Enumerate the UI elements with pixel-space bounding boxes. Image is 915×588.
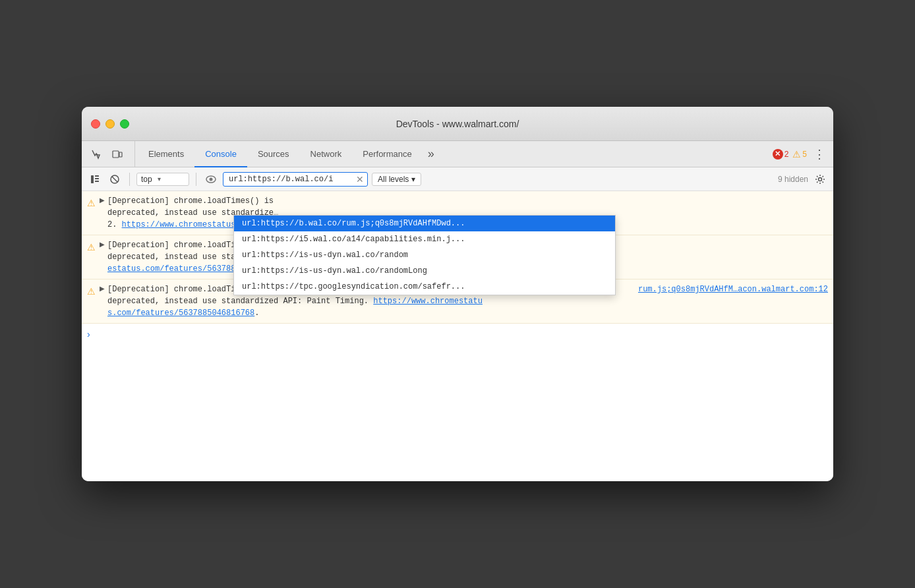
window-title: DevTools - www.walmart.com/	[396, 119, 519, 129]
tab-right-icons: ✕ 2 ⚠ 5 ⋮	[773, 141, 828, 167]
toolbar-separator-1	[129, 173, 130, 186]
autocomplete-item-4[interactable]: url:https://is-us-dyn.wal.co/randomLong	[234, 263, 615, 279]
warning-icon: ⚠	[792, 149, 801, 160]
tab-performance[interactable]: Performance	[352, 141, 422, 167]
console-toolbar: top ▾ ✕ All levels ▾ 9 hidden	[82, 167, 833, 191]
message-link-3[interactable]: https://www.chromestatu	[373, 297, 483, 306]
svg-rect-5	[95, 181, 99, 182]
svg-line-7	[112, 177, 117, 182]
console-body: url:https://b.wal.co/rum.js;q0s8mjRVdAHf…	[82, 191, 833, 481]
autocomplete-dropdown: url:https://b.wal.co/rum.js;q0s8mjRVdAHf…	[233, 215, 616, 295]
stop-button[interactable]	[107, 171, 123, 187]
warning-icon-2: ⚠	[87, 241, 96, 254]
tab-network[interactable]: Network	[300, 141, 353, 167]
svg-point-9	[210, 177, 213, 181]
message-source-3[interactable]: rum.js;q0s8mjRVdAHfM…acon.walmart.com:12	[638, 283, 828, 295]
filter-wrapper: ✕	[223, 172, 368, 187]
expand-button-1[interactable]: ▶	[100, 195, 105, 205]
autocomplete-item-5[interactable]: url:https://tpc.googlesyndication.com/sa…	[234, 279, 615, 295]
warning-icon-3: ⚠	[87, 285, 96, 299]
svg-rect-2	[91, 175, 94, 183]
autocomplete-item-1[interactable]: url:https://b.wal.co/rum.js;q0s8mjRVdAHf…	[234, 216, 615, 231]
svg-rect-3	[95, 175, 99, 177]
log-levels-button[interactable]: All levels ▾	[372, 173, 421, 186]
levels-arrow-icon: ▾	[411, 175, 415, 184]
devtools-icons	[87, 141, 135, 167]
hidden-count: 9 hidden	[778, 175, 808, 184]
devtools-window: DevTools - www.walmart.com/ Elements Con…	[82, 107, 833, 481]
traffic-lights	[91, 119, 129, 129]
console-settings-button[interactable]	[812, 171, 828, 187]
context-arrow-icon: ▾	[158, 175, 161, 183]
error-badge[interactable]: ✕ 2	[773, 149, 789, 160]
tab-sources[interactable]: Sources	[247, 141, 300, 167]
titlebar: DevTools - www.walmart.com/	[82, 107, 833, 141]
expand-button-2[interactable]: ▶	[100, 239, 105, 249]
warning-icon-1: ⚠	[87, 196, 96, 210]
error-icon: ✕	[773, 149, 783, 160]
tabs-bar: Elements Console Sources Network Perform…	[82, 141, 833, 167]
toolbar-separator-2	[196, 173, 196, 186]
svg-point-10	[819, 177, 822, 181]
context-selector[interactable]: top ▾	[136, 173, 189, 186]
autocomplete-item-2[interactable]: url:https://i5.wal.co/a14/capabilities.m…	[234, 231, 615, 247]
console-prompt: ›	[82, 324, 833, 345]
svg-rect-0	[113, 151, 119, 158]
eye-icon-button[interactable]	[203, 171, 219, 187]
device-toggle-button[interactable]	[108, 145, 127, 163]
more-menu-button[interactable]: ⋮	[811, 147, 828, 162]
filter-clear-button[interactable]: ✕	[356, 175, 364, 184]
tab-console[interactable]: Console	[194, 141, 247, 167]
message-link-4[interactable]: s.com/features/5637885046816768	[107, 309, 254, 318]
svg-rect-1	[119, 152, 122, 157]
svg-rect-4	[95, 178, 99, 179]
minimize-button[interactable]	[105, 119, 115, 129]
close-button[interactable]	[91, 119, 100, 129]
clear-console-button[interactable]	[87, 171, 103, 187]
inspect-element-button[interactable]	[87, 145, 105, 163]
tab-elements[interactable]: Elements	[138, 141, 194, 167]
autocomplete-item-3[interactable]: url:https://is-us-dyn.wal.co/random	[234, 247, 615, 263]
prompt-arrow-icon[interactable]: ›	[87, 329, 90, 339]
warning-badge[interactable]: ⚠ 5	[792, 149, 807, 160]
expand-button-3[interactable]: ▶	[100, 283, 105, 293]
more-tabs-button[interactable]: »	[423, 141, 440, 167]
maximize-button[interactable]	[120, 119, 129, 129]
filter-input[interactable]	[223, 172, 368, 187]
